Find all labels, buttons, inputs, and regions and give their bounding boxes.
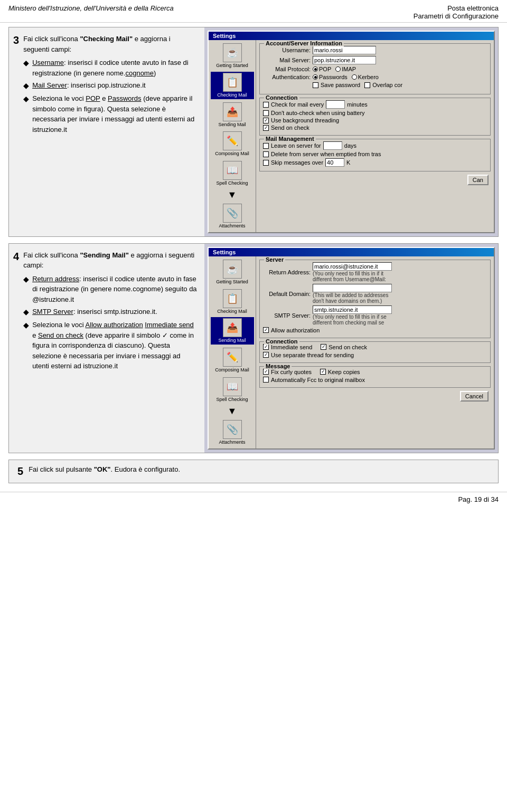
pop-radio[interactable]: POP xyxy=(313,66,331,72)
step4-bullet3: ◆ Seleziona le voci Allow authorization … xyxy=(23,320,198,371)
server-section: Server Return Address: (You only need to… xyxy=(259,260,491,338)
send-on-check-row-4: Send on check xyxy=(321,344,367,350)
can-button[interactable]: Can xyxy=(467,175,489,185)
imap-radio-btn[interactable] xyxy=(335,66,341,72)
mailserver-row: Mail Server: xyxy=(263,56,487,64)
immediate-send-checkbox[interactable] xyxy=(263,344,269,350)
send-on-check-row: Send on check xyxy=(263,125,487,131)
sidebar-item-composing-mail-4[interactable]: ✏️ Composing Mail xyxy=(211,347,254,374)
save-password-check[interactable] xyxy=(313,82,318,88)
auto-fcc-checkbox[interactable] xyxy=(263,377,269,383)
sidebar-item-checking-mail-4[interactable]: 📋 Checking Mail xyxy=(211,288,254,316)
sidebar-item-spell-checking[interactable]: 📖 Spell Checking xyxy=(211,160,254,187)
cancel-button[interactable]: Cancel xyxy=(460,391,489,402)
header-institution: Ministero dell'Istruzione, dell'Universi… xyxy=(8,4,174,12)
background-row: Use background threading xyxy=(263,117,487,123)
step3-dialog-area: Settings ☕ Getting Started 📋 Checking Ma… xyxy=(204,27,498,236)
server-section-label: Server xyxy=(264,256,285,263)
protocol-label: Mail Protocol: xyxy=(263,66,311,72)
sending-mail-icon: 📤 xyxy=(223,318,242,337)
leave-server-checkbox[interactable] xyxy=(263,143,269,149)
delete-checkbox[interactable] xyxy=(263,151,269,157)
leave-days-input[interactable] xyxy=(323,141,342,150)
step4-bullet2: ◆ SMTP Server: inserisci smtp.istruzione… xyxy=(23,307,198,318)
check-every-checkbox[interactable] xyxy=(263,102,269,108)
separate-thread-checkbox[interactable] xyxy=(263,352,269,358)
send-on-check-checkbox-4[interactable] xyxy=(321,344,326,350)
pop-radio-btn[interactable] xyxy=(313,66,318,72)
step4-dialog-titlebar: Settings xyxy=(209,248,494,256)
connection-section: Connection Check for mail every minutes … xyxy=(259,98,491,136)
message-section: Message Fix curly quotes Keep copies xyxy=(259,366,491,388)
sidebar-item-sending-mail-4[interactable]: 📤 Sending Mail xyxy=(211,317,254,345)
skip-checkbox[interactable] xyxy=(263,160,269,166)
bullet-diamond-icon: ◆ xyxy=(23,58,29,78)
username-input[interactable] xyxy=(313,46,376,54)
step4-dialog-body: ☕ Getting Started 📋 Checking Mail 📤 Send… xyxy=(209,256,494,448)
step5-block: 5 Fai click sul pulsante "OK". Eudora è … xyxy=(8,460,499,483)
header-title: Posta elettronica Parametri di Configura… xyxy=(414,4,499,20)
step4-dialog-main: Server Return Address: (You only need to… xyxy=(256,256,494,448)
kerberos-radio[interactable]: Kerbero xyxy=(352,74,379,80)
message-label: Message xyxy=(264,363,292,369)
checking-mail-icon: 📋 xyxy=(223,289,242,308)
sidebar-item-sending-mail[interactable]: 📤 Sending Mail xyxy=(211,101,254,129)
step3-intro: Fai click sull'icona "Checking Mail" e a… xyxy=(23,34,198,54)
return-address-label: Return Address: xyxy=(263,269,311,275)
step4-text: Fai click sull'icona "Sending Mail" e ag… xyxy=(23,250,198,374)
step3-text: Fai click sull'icona "Checking Mail" e a… xyxy=(23,34,198,137)
step4-sidebar: ☕ Getting Started 📋 Checking Mail 📤 Send… xyxy=(209,256,256,448)
step5-inner: 5 Fai click sul pulsante "OK". Eudora è … xyxy=(17,465,490,477)
background-checkbox[interactable] xyxy=(263,118,269,123)
scroll-down-icon[interactable]: ▼ xyxy=(228,406,237,417)
sidebar-item-attachments-4[interactable]: 📎 Attachments xyxy=(211,419,254,446)
sidebar-item-spell-checking-4[interactable]: 📖 Spell Checking xyxy=(211,376,254,404)
step4-left: 4 Fai click sull'icona "Sending Mail" e … xyxy=(9,244,204,453)
kerberos-radio-btn[interactable] xyxy=(352,74,357,80)
allow-auth-checkbox[interactable] xyxy=(263,327,269,333)
protocol-radio-group: POP IMAP xyxy=(313,66,356,72)
scroll-down-icon[interactable]: ▼ xyxy=(228,189,237,200)
no-autocheck-checkbox[interactable] xyxy=(263,110,269,116)
skip-input[interactable] xyxy=(325,158,344,167)
sidebar-item-checking-mail[interactable]: 📋 Checking Mail xyxy=(211,72,254,99)
default-domain-label: Default Domain: xyxy=(263,291,311,297)
sidebar-item-attachments[interactable]: 📎 Attachments xyxy=(211,203,254,230)
connection-label: Connection xyxy=(264,94,299,101)
step3-bullet2: ◆ Mail Server: inserisci pop.istruzione.… xyxy=(23,80,198,91)
return-address-input[interactable] xyxy=(313,262,392,271)
step4-intro: Fai click sull'icona "Sending Mail" e ag… xyxy=(23,250,198,271)
getting-started-icon: ☕ xyxy=(223,43,242,62)
main-content: 3 Fai click sull'icona "Checking Mail" e… xyxy=(0,23,507,492)
username-row: Username: xyxy=(263,46,487,54)
keep-copies-checkbox[interactable] xyxy=(320,369,326,375)
imap-radio[interactable]: IMAP xyxy=(335,66,356,72)
no-autocheck-row: Don't auto-check when using battery xyxy=(263,110,487,116)
allow-auth-row: Allow authorization xyxy=(263,327,487,333)
overlap-checkbox[interactable]: Overlap cor xyxy=(364,82,402,88)
sidebar-item-getting-started-4[interactable]: ☕ Getting Started xyxy=(211,259,254,286)
checking-mail-icon: 📋 xyxy=(223,73,242,92)
smtp-input[interactable] xyxy=(313,305,392,314)
save-password-checkbox[interactable]: Save password xyxy=(313,82,360,88)
overlap-check[interactable] xyxy=(364,82,370,88)
sidebar-item-composing-mail[interactable]: ✏️ Composing Mail xyxy=(211,130,254,158)
mail-management-label: Mail Management xyxy=(264,136,316,142)
step3-sidebar: ☕ Getting Started 📋 Checking Mail 📤 Send… xyxy=(209,40,256,232)
fix-curly-checkbox[interactable] xyxy=(263,369,269,375)
passwords-radio-btn[interactable] xyxy=(313,74,318,80)
auth-label: Authentication: xyxy=(263,74,311,80)
username-label: Username: xyxy=(263,47,311,53)
passwords-radio[interactable]: Passwords xyxy=(313,74,348,80)
default-domain-input[interactable] xyxy=(313,284,392,292)
connection-section-4: Connection Immediate send Send on check xyxy=(259,341,491,363)
sidebar-item-getting-started[interactable]: ☕ Getting Started xyxy=(211,42,254,70)
step4-bullet1: ◆ Return address: inserisci il codice ut… xyxy=(23,274,198,305)
send-on-check-checkbox[interactable] xyxy=(263,125,269,131)
mailserver-input[interactable] xyxy=(313,56,376,64)
protocol-row: Mail Protocol: POP IMAP xyxy=(263,66,487,72)
check-every-input[interactable] xyxy=(326,100,345,109)
check-every-row: Check for mail every minutes xyxy=(263,100,487,109)
page-header: Ministero dell'Istruzione, dell'Universi… xyxy=(0,0,507,23)
mail-management-section: Mail Management Leave on server for days… xyxy=(259,139,491,171)
